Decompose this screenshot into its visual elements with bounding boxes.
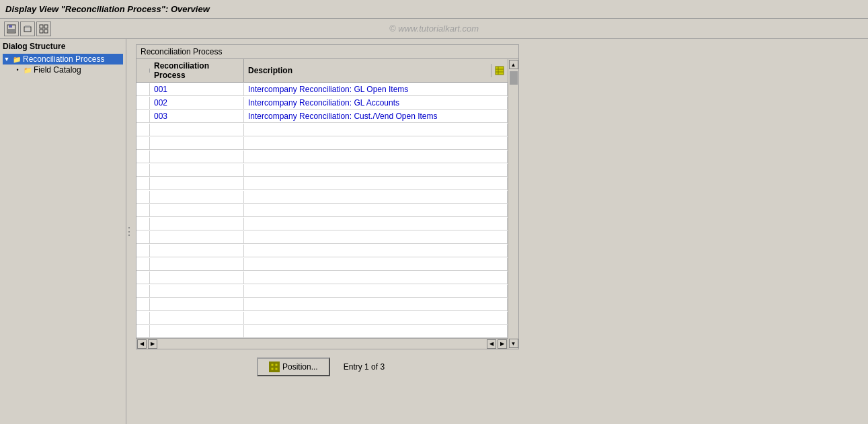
content-area: Reconciliation Process Reconciliation Pr… — [130, 39, 868, 424]
table-row-empty — [136, 204, 508, 217]
svg-rect-9 — [44, 30, 48, 33]
svg-rect-1 — [9, 25, 12, 28]
table-body: 001 Intercompany Reconciliation: GL Open… — [136, 83, 508, 338]
grid-button[interactable] — [36, 22, 51, 36]
table-main: Reconciliation Process Description — [136, 59, 508, 349]
td-recon-2: 002 — [150, 97, 244, 109]
table-row-empty — [136, 190, 508, 204]
scroll-track[interactable] — [509, 70, 518, 338]
toolbar: © www.tutorialkart.com — [0, 19, 868, 39]
position-btn-label: Position... — [282, 362, 318, 372]
grid-icon — [39, 24, 48, 34]
settings-icon — [495, 66, 504, 75]
panel-title: Reconciliation Process — [136, 45, 518, 59]
table-row-empty — [136, 311, 508, 325]
table-header: Reconciliation Process Description — [136, 59, 508, 83]
svg-rect-10 — [496, 67, 504, 75]
th-select — [136, 69, 150, 73]
sidebar-child-field-catalog: • 📁 Field Catalog — [13, 65, 123, 75]
table-panel: Reconciliation Process Reconciliation Pr… — [136, 44, 519, 349]
svg-rect-5 — [25, 30, 30, 31]
sidebar-title: Dialog Structure — [3, 42, 123, 51]
td-select-2 — [136, 97, 150, 109]
td-desc-2: Intercompany Reconciliation: GL Accounts — [244, 97, 508, 109]
hscroll-left-btn[interactable]: ◀ — [137, 339, 147, 349]
table-row[interactable]: 002 Intercompany Reconciliation: GL Acco… — [136, 96, 508, 110]
hscroll-right-btn[interactable]: ▶ — [148, 339, 157, 349]
svg-rect-4 — [25, 26, 30, 28]
td-recon-3: 003 — [150, 110, 244, 122]
field-catalog-label: Field Catalog — [34, 65, 81, 75]
horizontal-scrollbar: ◀ ▶ ◀ ▶ — [136, 338, 508, 349]
save-icon — [7, 24, 16, 34]
table-with-scroll: Reconciliation Process Description — [136, 59, 518, 349]
td-select-3 — [136, 110, 150, 122]
table-row-empty — [136, 257, 508, 271]
save-button[interactable] — [4, 22, 19, 36]
th-description: Description — [244, 64, 491, 77]
svg-rect-2 — [8, 29, 15, 32]
tree-bullet: • — [13, 66, 22, 74]
td-desc-1: Intercompany Reconciliation: GL Open Ite… — [244, 83, 508, 95]
title-bar: Display View "Reconciliation Process": O… — [0, 0, 868, 19]
svg-rect-8 — [40, 30, 43, 33]
svg-rect-7 — [44, 25, 48, 28]
page-title: Display View "Reconciliation Process": O… — [5, 4, 210, 14]
table-row[interactable]: 003 Intercompany Reconciliation: Cust./V… — [136, 110, 508, 123]
th-reconciliation-process: Reconciliation Process — [150, 59, 244, 82]
table-row-empty — [136, 177, 508, 190]
table-row-empty — [136, 325, 508, 338]
table-row[interactable]: 001 Intercompany Reconciliation: GL Open… — [136, 83, 508, 96]
main-area: Dialog Structure ▼ 📁 Reconciliation Proc… — [0, 39, 868, 424]
table-row-empty — [136, 230, 508, 244]
table-row-empty — [136, 217, 508, 230]
print-icon — [23, 24, 32, 34]
folder-icon-child: 📁 — [23, 65, 32, 75]
table-row-empty — [136, 271, 508, 284]
td-select-1 — [136, 83, 150, 95]
table-row-empty — [136, 244, 508, 257]
hscroll-right3-btn[interactable]: ▶ — [498, 339, 507, 349]
position-icon — [269, 362, 280, 372]
sidebar: Dialog Structure ▼ 📁 Reconciliation Proc… — [0, 39, 126, 424]
table-row-empty — [136, 298, 508, 311]
position-button[interactable]: Position... — [257, 357, 330, 376]
scroll-down-btn[interactable]: ▼ — [509, 339, 518, 348]
bottom-action-bar: Position... Entry 1 of 3 — [136, 357, 863, 376]
table-row-empty — [136, 163, 508, 177]
tree-arrow-down: ▼ — [3, 55, 11, 63]
entry-info: Entry 1 of 3 — [344, 362, 385, 372]
watermark: © www.tutorialkart.com — [389, 24, 479, 34]
svg-rect-16 — [271, 368, 274, 370]
table-row-empty — [136, 123, 508, 136]
grid-btn-icon — [270, 363, 278, 371]
td-recon-1: 001 — [150, 83, 244, 95]
hscroll-track[interactable] — [158, 340, 486, 348]
sidebar-item-reconciliation-process[interactable]: ▼ 📁 Reconciliation Process — [3, 54, 123, 65]
scroll-thumb[interactable] — [510, 71, 518, 85]
table-row-empty — [136, 136, 508, 150]
svg-rect-6 — [40, 25, 43, 28]
sidebar-item-field-catalog[interactable]: • 📁 Field Catalog — [13, 65, 123, 75]
print-button[interactable] — [20, 22, 35, 36]
svg-rect-14 — [271, 364, 274, 366]
folder-icon: 📁 — [12, 54, 22, 64]
td-desc-3: Intercompany Reconciliation: Cust./Vend … — [244, 110, 508, 122]
column-settings-icon[interactable] — [491, 66, 508, 75]
vertical-scrollbar: ▲ ▼ — [508, 59, 518, 349]
svg-rect-15 — [275, 364, 278, 366]
scroll-up-btn[interactable]: ▲ — [509, 60, 518, 69]
sidebar-item-label: Reconciliation Process — [23, 54, 104, 64]
svg-rect-17 — [275, 368, 278, 370]
hscroll-right2-btn[interactable]: ◀ — [487, 339, 496, 349]
table-row-empty — [136, 284, 508, 298]
table-row-empty — [136, 150, 508, 163]
